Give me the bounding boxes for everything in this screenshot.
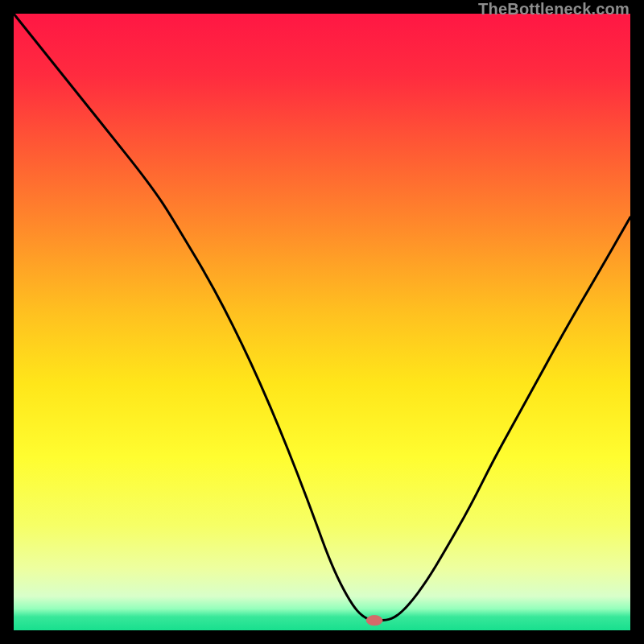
optimal-point-marker	[366, 616, 382, 625]
plot-area	[14, 14, 630, 630]
chart-frame: TheBottleneck.com	[0, 0, 644, 644]
bottleneck-chart	[14, 14, 630, 630]
watermark-label: TheBottleneck.com	[478, 0, 630, 19]
